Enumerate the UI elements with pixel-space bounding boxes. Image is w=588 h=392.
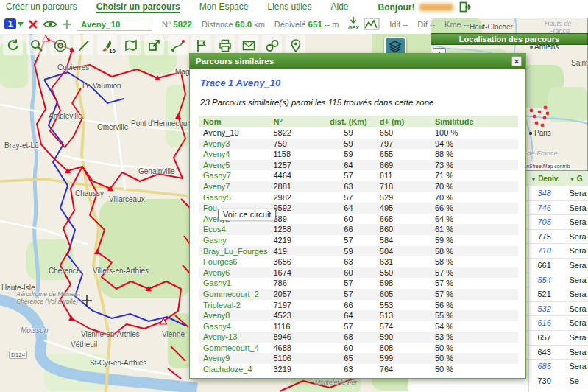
route-number-cell: 1258 [270, 224, 320, 235]
gps-pin-icon[interactable] [286, 35, 305, 55]
column-header[interactable]: Similitude [426, 116, 518, 127]
route-number-cell: 1257 [270, 160, 320, 171]
route-name-link[interactable]: Aveny3 [199, 139, 270, 150]
flag-icon[interactable] [191, 35, 211, 55]
route-number-cell: 3219 [270, 364, 320, 375]
elevation-profile-icon[interactable] [364, 18, 380, 31]
route-name-link[interactable]: Gasny4 [199, 321, 270, 332]
route-name-link[interactable]: Fourges6 [199, 256, 270, 267]
nav-item[interactable]: Mon Espace [199, 1, 249, 13]
route-name-link[interactable]: Gommecourt_4 [199, 343, 270, 354]
dif-label: Dif [417, 20, 427, 29]
route-similarity-cell: 50 % [426, 364, 518, 375]
route-elevation-cell: 611 [377, 170, 426, 181]
target-icon[interactable] [50, 35, 70, 55]
export-icon[interactable] [144, 35, 164, 55]
modal-titlebar[interactable]: Parcours similaires × [190, 54, 525, 69]
route-map-icon[interactable] [121, 35, 141, 55]
dif-value: -- [430, 20, 435, 29]
route-name-link[interactable]: Gasny [199, 235, 270, 246]
route-distance-cell: 57 [320, 235, 377, 246]
route-number-cell: 2982 [270, 192, 320, 203]
result-deniv-cell: 685 [528, 360, 567, 374]
route-name-link[interactable]: Bray_Lu_Fourges [199, 246, 270, 257]
logout-icon[interactable] [459, 1, 471, 13]
route-name-link[interactable]: Aveny4 [199, 149, 270, 160]
route-name-link[interactable]: Aveny6 [199, 267, 270, 279]
route-name-link[interactable]: Aveny-13 [199, 332, 270, 343]
route-distance-cell: 59 [320, 246, 377, 257]
column-header[interactable]: dist. (Km) [320, 116, 377, 127]
gpx-download-icon[interactable]: GPX [347, 17, 359, 31]
route-distance-cell: 66 [320, 300, 377, 311]
trace-dropdown-icon[interactable] [18, 22, 24, 27]
similar-routes-table: NomN°dist. (Km)d+ (m)Similitude Aveny_10… [199, 116, 518, 375]
result-g-cell: Sera [567, 273, 588, 287]
column-header[interactable]: N° [270, 116, 320, 127]
pencil-icon[interactable] [74, 35, 93, 55]
add-trace-icon[interactable] [62, 19, 72, 29]
nav-item[interactable]: Créer un parcours [6, 1, 77, 13]
username-blurred [419, 4, 453, 11]
route-number-cell: 4464 [270, 170, 320, 181]
column-header[interactable]: d+ (m) [377, 116, 426, 127]
column-header-deniv[interactable]: Deniv. [528, 171, 567, 186]
route-number-cell: 786 [270, 278, 320, 289]
close-icon[interactable]: × [511, 56, 522, 66]
path-edit-icon[interactable] [168, 35, 188, 55]
route-name-link[interactable]: Aveny8 [199, 310, 270, 321]
route-distance-cell: 60 [320, 267, 377, 279]
route-number-cell: 7197 [270, 300, 320, 311]
route-elevation-cell: 808 [377, 343, 426, 354]
search-icon[interactable] [26, 35, 46, 55]
kme-value: -- [464, 20, 469, 29]
route-similarity-cell: 50 % [426, 353, 518, 364]
route-name-link[interactable]: Gommecourt_2 [199, 289, 270, 300]
route-distance-cell: 57 [320, 170, 377, 181]
results-table-row: Aveny--61.2863Sera [408, 388, 588, 392]
column-header[interactable]: Nom [199, 116, 270, 127]
route-name-link[interactable]: Aveny5 [199, 160, 270, 171]
sim-table-row: Aveny951066559950 % [199, 353, 518, 364]
trace-name[interactable]: Aveny_10 [77, 18, 152, 31]
route-number-cell: 4688 [270, 343, 320, 354]
num-label: N° [162, 20, 171, 29]
nav-item[interactable]: Liens utiles [267, 1, 311, 13]
route-name-link[interactable]: Ecos4 [199, 224, 270, 235]
route-name-link[interactable]: Aveny9 [199, 353, 270, 364]
route-distance-cell: 59 [320, 127, 377, 139]
route-name-link[interactable]: Clachaloze_4 [199, 364, 270, 375]
result-name-link[interactable]: Aveny [408, 388, 471, 392]
brush-icon[interactable]: 10 [97, 35, 117, 55]
nav-item[interactable]: Aide [331, 1, 349, 13]
link-icon[interactable] [262, 35, 282, 55]
sim-table-row: Gasny411165757454 % [199, 321, 518, 332]
route-name-link[interactable]: Gasny1 [199, 278, 270, 289]
route-name-link[interactable]: Gasny5 [199, 192, 270, 203]
route-number-cell: 759 [270, 139, 320, 150]
sim-table-row: Aveny411585965588 % [199, 149, 518, 160]
route-name-link[interactable]: Gasny7 [199, 170, 270, 181]
mail-icon[interactable] [238, 35, 258, 55]
sim-table-row: Gasny529825752970 % [199, 192, 518, 203]
visibility-eye-icon[interactable] [43, 19, 57, 29]
trace-number-badge[interactable]: 1 [4, 18, 16, 29]
route-elevation-cell: 797 [377, 139, 426, 150]
route-elevation-cell: 574 [377, 321, 426, 332]
map-toolbar: 10 [3, 35, 305, 55]
route-elevation-cell: 504 [377, 246, 426, 257]
result-number-cell: -- [471, 388, 488, 392]
route-planner-page: CopierresLe VaumionAmblevilleOmervillePo… [0, 0, 588, 392]
nav-item[interactable]: Choisir un parcours [96, 1, 180, 13]
sim-table-row: Aveny-1389466859053 % [199, 332, 518, 343]
route-name-link[interactable]: Tripleval-2 [199, 300, 270, 311]
localisation-panel-title: Localisation des parcours [431, 33, 588, 45]
route-name-link[interactable]: Aveny7 [199, 181, 270, 192]
idif-label: Idif [389, 20, 400, 29]
printer-icon[interactable] [215, 35, 235, 55]
undo-icon[interactable] [3, 35, 23, 55]
column-header-g[interactable]: G [567, 171, 588, 186]
trace-title: Trace 1 Aveny_10 [200, 77, 525, 88]
remove-trace-icon[interactable] [28, 19, 38, 29]
sim-table-row: Tripleval-271976655356 % [199, 300, 518, 311]
